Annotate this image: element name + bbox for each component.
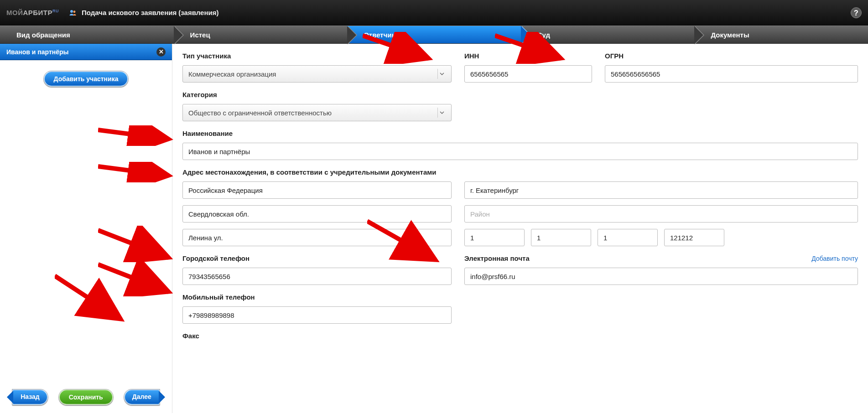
street-input[interactable] — [182, 229, 452, 246]
next-button[interactable]: Далее — [124, 389, 160, 405]
city-phone-input[interactable] — [182, 268, 452, 285]
add-participant-button[interactable]: Добавить участника — [44, 71, 129, 87]
label-mobile-phone: Мобильный телефон — [182, 293, 452, 301]
step-label: Ответчик — [364, 31, 395, 39]
help-button[interactable]: ? — [851, 7, 862, 18]
type-select[interactable]: Коммерческая организация — [182, 65, 452, 83]
sidebar-participant-label: Иванов и партнёры — [6, 48, 69, 56]
wizard-steps: Вид обращения Истец Ответчик Суд Докумен… — [0, 26, 868, 44]
label-email: Электронная почта — [464, 254, 530, 262]
name-input[interactable] — [182, 143, 858, 160]
step-documents[interactable]: Документы — [694, 26, 868, 43]
label-inn: ИНН — [464, 52, 592, 60]
app-title: Подача искового заявления (заявления) — [82, 9, 218, 16]
label-name: Наименование — [182, 129, 858, 137]
step-court[interactable]: Суд — [521, 26, 695, 43]
inn-input[interactable] — [464, 65, 592, 83]
sidebar-active-participant[interactable]: Иванов и партнёры ✕ — [0, 44, 172, 60]
district-input[interactable] — [464, 205, 858, 223]
logo-prefix: МОЙ — [6, 9, 23, 16]
label-category: Категория — [182, 91, 452, 98]
chevron-down-icon — [437, 108, 446, 118]
label-city-phone: Городской телефон — [182, 254, 452, 262]
add-email-link[interactable]: Добавить почту — [811, 255, 858, 262]
logo-word: АРБИТР — [23, 9, 52, 16]
step-plaintiff[interactable]: Истец — [174, 26, 348, 43]
type-selected-value: Коммерческая организация — [188, 70, 276, 78]
region-input[interactable] — [182, 205, 452, 223]
step-label: Документы — [711, 31, 749, 39]
form-area: Тип участника Коммерческая организация И… — [172, 44, 868, 413]
logo-suffix: RU — [52, 9, 59, 13]
label-type: Тип участника — [182, 52, 452, 60]
city-input[interactable] — [464, 181, 858, 199]
postcode-input[interactable] — [664, 229, 724, 246]
email-input[interactable] — [464, 268, 858, 285]
logo: МОЙАРБИТРRU — [6, 9, 59, 16]
step-type[interactable]: Вид обращения — [0, 26, 174, 43]
chevron-down-icon — [437, 69, 446, 79]
step-defendant[interactable]: Ответчик — [347, 26, 521, 43]
step-label: Истец — [190, 31, 210, 39]
category-select[interactable]: Общество с ограниченной ответственностью — [182, 104, 452, 121]
step-label: Суд — [537, 31, 550, 39]
wizard-nav: Назад Сохранить Далее — [0, 389, 172, 405]
svg-point-0 — [70, 10, 73, 13]
house-input[interactable] — [464, 229, 525, 246]
label-address: Адрес местонахождения, в соответствии с … — [182, 168, 858, 176]
label-ogrn: ОГРН — [605, 52, 858, 60]
sidebar: Иванов и партнёры ✕ Добавить участника Н… — [0, 44, 172, 413]
country-input[interactable] — [182, 181, 452, 199]
building-input[interactable] — [531, 229, 591, 246]
back-button[interactable]: Назад — [12, 389, 48, 405]
top-bar: МОЙАРБИТРRU Подача искового заявления (з… — [0, 0, 868, 26]
mobile-phone-input[interactable] — [182, 306, 452, 324]
ogrn-input[interactable] — [605, 65, 858, 83]
svg-point-1 — [73, 10, 76, 13]
category-selected-value: Общество с ограниченной ответственностью — [188, 109, 332, 117]
remove-participant-icon[interactable]: ✕ — [156, 47, 166, 57]
label-fax: Факс — [182, 332, 452, 340]
people-icon — [69, 9, 77, 17]
save-button[interactable]: Сохранить — [59, 389, 113, 405]
step-label: Вид обращения — [16, 31, 70, 39]
structure-input[interactable] — [598, 229, 658, 246]
